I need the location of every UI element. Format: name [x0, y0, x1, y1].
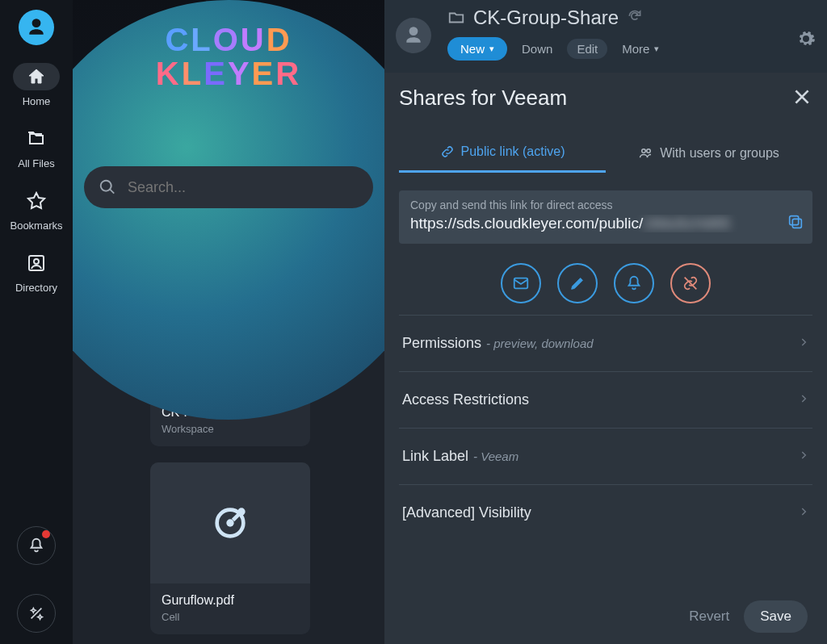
tab-label: Public link (active)	[461, 144, 565, 159]
folder-outline-icon	[447, 9, 465, 27]
bell-icon	[625, 274, 643, 292]
revert-button[interactable]: Revert	[689, 608, 729, 625]
tile-subtitle: Cell	[162, 611, 299, 623]
download-button[interactable]: Down	[522, 42, 552, 56]
search-icon	[99, 178, 116, 196]
copy-icon	[787, 213, 804, 231]
panel-title: Shares for Veeam	[399, 86, 567, 111]
nav-label: Home	[23, 95, 51, 107]
chevron-right-icon	[798, 506, 809, 517]
disable-link-button[interactable]	[670, 263, 711, 303]
avatar[interactable]	[19, 10, 54, 45]
section-link-label[interactable]: Link Label - Veeam	[399, 428, 812, 484]
cell-icon	[208, 500, 253, 546]
person-icon	[403, 25, 424, 46]
link-off-icon	[682, 274, 699, 292]
svg-rect-7	[790, 216, 799, 225]
edit-button[interactable]: Edit	[567, 39, 607, 59]
link-hint: Copy and send this link for direct acces…	[410, 199, 801, 211]
more-button[interactable]: More	[622, 42, 659, 56]
nav-rail: Home All Files Bookmarks Directory	[0, 0, 73, 644]
refresh-button[interactable]	[627, 6, 643, 29]
gear-icon	[796, 29, 816, 48]
pencil-icon	[569, 274, 586, 292]
copy-link-button[interactable]	[787, 213, 804, 234]
home-column: CLOUD KLEYER CK-Personal Workspace Guruf…	[73, 0, 384, 644]
nav-label: Bookmarks	[10, 220, 62, 232]
section-advanced-visibility[interactable]: [Advanced] Visibility	[399, 484, 812, 541]
chevron-right-icon	[798, 393, 809, 404]
tab-label: With users or groups	[660, 146, 779, 161]
svg-point-3	[226, 519, 233, 526]
tab-users-groups[interactable]: With users or groups	[606, 133, 812, 173]
section-access-restrictions[interactable]: Access Restrictions	[399, 371, 812, 428]
tile-subtitle: Workspace	[162, 423, 299, 435]
send-email-button[interactable]	[501, 263, 541, 303]
topbar: CK-Group-Share New Down Edit More	[384, 0, 827, 73]
theme-button[interactable]	[17, 594, 56, 633]
svg-point-1	[34, 259, 39, 264]
nav-label: All Files	[18, 157, 55, 169]
notifications-button[interactable]	[17, 526, 56, 565]
close-button[interactable]	[791, 86, 812, 111]
people-icon	[639, 146, 653, 161]
hero-banner: CLOUD KLEYER	[73, 0, 384, 210]
contact-icon	[27, 253, 46, 273]
home-icon	[27, 67, 46, 86]
breadcrumb[interactable]: CK-Group-Share	[473, 6, 619, 29]
star-icon	[27, 191, 46, 211]
link-icon	[440, 144, 455, 159]
svg-rect-6	[792, 219, 801, 228]
bell-icon	[27, 537, 45, 554]
person-icon	[26, 17, 47, 38]
workspace-avatar[interactable]	[396, 18, 431, 53]
edit-link-button[interactable]	[557, 263, 598, 303]
search-input[interactable]	[128, 179, 359, 196]
nav-bookmarks[interactable]: Bookmarks	[10, 187, 62, 232]
nav-directory[interactable]: Directory	[13, 249, 60, 294]
section-permissions[interactable]: Permissions - preview, download	[399, 315, 812, 371]
nav-home[interactable]: Home	[13, 63, 60, 107]
chevron-right-icon	[798, 450, 809, 461]
search-bar[interactable]	[84, 166, 373, 208]
tab-public-link[interactable]: Public link (active)	[399, 133, 606, 173]
folders-icon	[27, 129, 46, 148]
mail-icon	[512, 274, 530, 292]
tile-file[interactable]: Guruflow.pdf Cell	[150, 462, 310, 634]
tile-title: Guruflow.pdf	[162, 593, 299, 608]
public-link-url[interactable]: https://sds.cloudkleyer.com/public/18du5…	[410, 215, 801, 232]
notify-button[interactable]	[614, 263, 654, 303]
chevron-right-icon	[798, 337, 809, 348]
svg-line-5	[233, 513, 240, 520]
notification-dot	[42, 530, 50, 538]
nav-label: Directory	[15, 282, 57, 294]
public-link-box: Copy and send this link for direct acces…	[399, 190, 812, 244]
detail-column: CK-Group-Share New Down Edit More Shares…	[384, 0, 827, 644]
new-button[interactable]: New	[447, 37, 507, 61]
sparkle-icon	[27, 604, 45, 622]
save-button[interactable]: Save	[744, 600, 808, 633]
refresh-icon	[627, 8, 643, 24]
close-icon	[791, 86, 812, 107]
nav-all-files[interactable]: All Files	[13, 125, 60, 169]
settings-button[interactable]	[796, 29, 816, 52]
